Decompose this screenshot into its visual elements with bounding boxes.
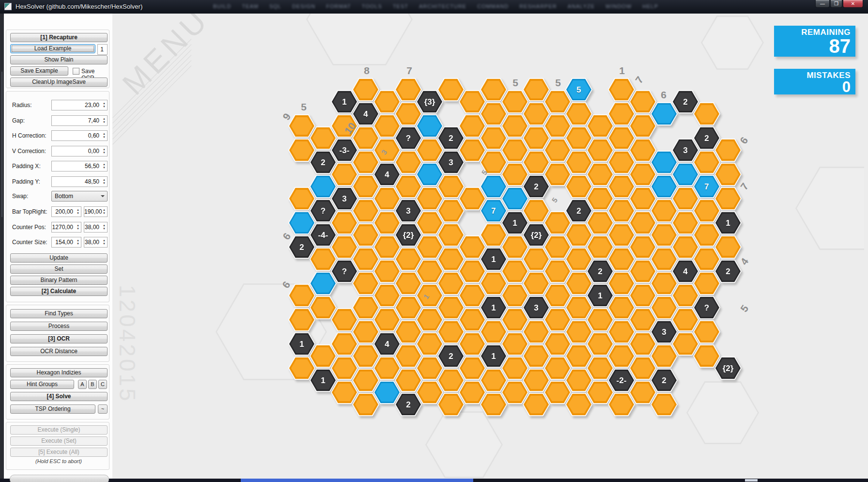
field-input[interactable]: 48,50▲ ▼	[51, 176, 108, 187]
find-types-button[interactable]: Find Types	[10, 309, 108, 318]
background-menu-item: HELP	[642, 3, 658, 9]
app-icon	[4, 3, 12, 10]
board-canvas: MENU 12042015 212?-4-11-3-3?444?3{2}2{3}…	[112, 14, 864, 479]
field-input[interactable]: 0,00▲ ▼	[51, 146, 108, 156]
background-menu-item: TEAM	[242, 3, 259, 9]
field-input[interactable]: 0,60▲ ▼	[51, 130, 108, 141]
hex-orange-cell[interactable]	[714, 235, 742, 259]
recapture-button[interactable]: [1] Recapture	[10, 33, 108, 42]
background-menu-item: DESIGN	[292, 3, 315, 9]
execute-set--button: Execute (Set)	[10, 436, 108, 446]
menu-watermark: MENU	[115, 14, 216, 102]
field-input[interactable]: 56,50▲ ▼	[51, 161, 108, 171]
-3-ocr-button[interactable]: [3] OCR	[10, 334, 108, 343]
save-example-button[interactable]: Save Example	[10, 66, 68, 76]
mistakes-value: 0	[774, 80, 851, 94]
field-label: Counter Size:	[12, 239, 47, 246]
pair-input-2[interactable]: 38,00▲ ▼	[84, 237, 108, 248]
hex-blue-cell[interactable]: 5	[565, 78, 592, 102]
pair-input-1[interactable]: 200,00▲ ▼	[51, 206, 81, 217]
hint-group-b-button[interactable]: B	[88, 380, 97, 389]
process-button[interactable]: Process	[10, 322, 108, 331]
hexagon-indizies-button[interactable]: Hexagon Indizies	[10, 368, 108, 377]
esc-note: (Hold ESC to abort)	[6, 458, 111, 464]
-2-calculate-button[interactable]: [2] Calculate	[10, 287, 108, 296]
hex-dark-cell[interactable]: 2	[714, 260, 742, 283]
solve-button[interactable]: [4] Solve	[10, 392, 108, 401]
remaining-counter: REMAINING 87	[774, 26, 855, 57]
maximize-button[interactable]: ❐	[830, 0, 842, 8]
swap-select[interactable]: Bottom	[51, 191, 108, 202]
field-row-gap: Gap:7,40▲ ▼	[10, 115, 108, 126]
binary-pattern-button[interactable]: Binary Pattern	[10, 276, 108, 285]
cleanup-imagesave-button[interactable]: CleanUp ImageSave	[10, 78, 108, 87]
hex-orange-cell[interactable]	[651, 393, 678, 417]
capture-group: [1] Recapture Load Example 1 Show Plain …	[6, 30, 109, 88]
hex-dark-cell[interactable]: ?	[693, 296, 720, 320]
set-button[interactable]: Set	[10, 264, 108, 274]
load-example-button[interactable]: Load Example	[10, 44, 95, 53]
pair-input-2[interactable]: 190,00▲ ▼	[84, 206, 108, 217]
pair-row-bartopright: Bar TopRight:200,00▲ ▼190,00▲ ▼	[10, 206, 108, 217]
field-label: Bar TopRight:	[12, 208, 47, 215]
mistakes-label: MISTAKES	[774, 71, 851, 80]
solve-group: Hexagon Indizies Hint Groups ABC [4] Sol…	[6, 364, 109, 420]
load-example-stepper[interactable]: 1	[97, 44, 108, 55]
taskbar-sliver	[0, 479, 868, 482]
pair-input-2[interactable]: 38,00▲ ▼	[84, 222, 108, 233]
field-row-vcorrection: V Correction:0,00▲ ▼	[10, 146, 108, 156]
hex-dark-cell[interactable]: {2}	[714, 357, 742, 380]
ocr-distance-button[interactable]: OCR Distance	[10, 347, 108, 356]
execute-group: Execute (Single)Execute (Set)[5] Execute…	[6, 422, 109, 470]
chevron-down-icon	[101, 195, 105, 199]
field-row-paddingy: Padding Y:48,50▲ ▼	[10, 176, 108, 187]
board-hint-number: 5	[301, 101, 307, 113]
parameters-group: Radius:23,00▲ ▼Gap:7,40▲ ▼H Correction:0…	[6, 91, 109, 302]
background-menu-item: FORMAT	[326, 3, 351, 9]
board-hint-number: 5	[738, 303, 751, 314]
update-button[interactable]: Update	[10, 253, 108, 263]
pair-input-1[interactable]: 154,00▲ ▼	[51, 237, 81, 248]
swap-row: Swap: Bottom	[10, 191, 108, 202]
field-label: V Correction:	[12, 148, 46, 155]
hex-orange-cell[interactable]	[714, 163, 742, 187]
ghost-hexagon-watermark	[795, 167, 864, 250]
background-menu-item: RESHARPER	[519, 3, 557, 9]
board-hint-number: 5	[555, 77, 561, 89]
pair-row-countersize: Counter Size:154,00▲ ▼38,00▲ ▼	[10, 237, 108, 248]
tsp-tilde-button[interactable]: ~	[98, 404, 108, 414]
background-menu-item: ANALYZE	[568, 3, 595, 9]
pair-row-counterpos: Counter Pos:1270,00▲ ▼38,00▲ ▼	[10, 222, 108, 233]
ghost-hexagon-watermark	[425, 411, 503, 478]
field-input[interactable]: 7,40▲ ▼	[51, 115, 108, 126]
show-plain-button[interactable]: Show Plain	[10, 55, 108, 64]
hex-orange-cell[interactable]	[714, 139, 742, 162]
hint-group-a-button[interactable]: A	[78, 380, 87, 389]
background-menu-item: ARCHITECTURE	[419, 3, 466, 9]
pair-input-1[interactable]: 1270,00▲ ▼	[51, 222, 81, 233]
hex-orange-cell[interactable]	[693, 102, 720, 126]
field-label: Padding X:	[12, 163, 41, 170]
hex-orange-cell[interactable]	[693, 320, 720, 344]
sidebar-panel: [1] Recapture Load Example 1 Show Plain …	[4, 14, 112, 479]
field-row-paddingx: Padding X:56,50▲ ▼	[10, 161, 108, 171]
board-hint-number: 8	[364, 65, 370, 77]
field-label: H Correction:	[12, 132, 46, 139]
tsp-ordering-button[interactable]: TSP Ordering	[10, 404, 95, 414]
field-label: Padding Y:	[12, 178, 40, 185]
save-ocr-checkbox[interactable]	[73, 68, 79, 75]
hex-dark-cell[interactable]: 2	[651, 369, 678, 392]
hex-orange-cell[interactable]	[714, 187, 742, 211]
swap-label: Swap:	[12, 193, 28, 200]
field-input[interactable]: 23,00▲ ▼	[51, 100, 108, 110]
hex-dark-cell[interactable]: 1	[714, 211, 742, 235]
board-hint-number: 1	[619, 65, 625, 77]
background-menu-item: TOOLS	[362, 3, 382, 9]
hint-groups-button[interactable]: Hint Groups	[10, 380, 74, 389]
mistakes-counter: MISTAKES 0	[774, 69, 855, 94]
board-hint-number: 6	[661, 89, 666, 101]
hint-group-c-button[interactable]: C	[98, 380, 107, 389]
minimize-button[interactable]: —	[815, 0, 830, 8]
close-button[interactable]: ✕	[843, 0, 863, 8]
field-label: Gap:	[12, 117, 25, 124]
